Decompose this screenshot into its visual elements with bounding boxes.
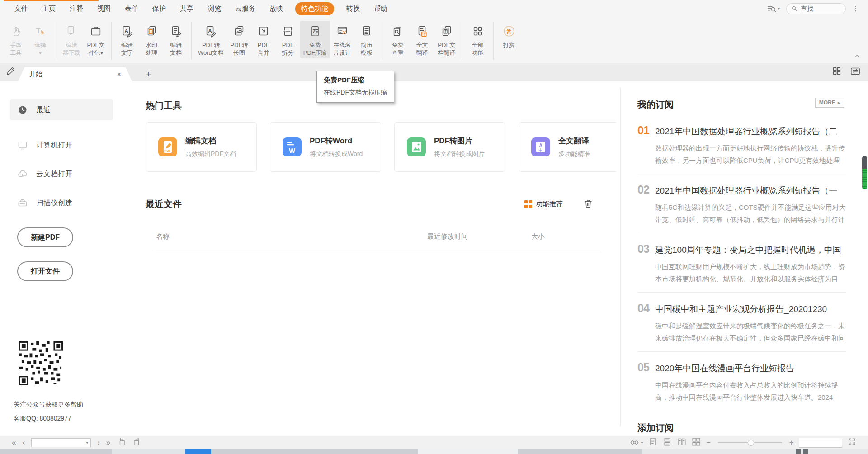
toolbar-button-watermark[interactable]: ED 水印处理 (139, 21, 164, 58)
card-pdf-to-image[interactable]: PDF转图片 将文档转换成图片 (394, 122, 505, 172)
menu-item-browse[interactable]: 浏览 (208, 5, 221, 13)
thumbnail-grid-icon[interactable] (832, 66, 842, 78)
toolbar-button-pdf-package[interactable]: PDF文件包▾ (84, 21, 108, 58)
zoom-slider[interactable] (718, 442, 782, 443)
page-number-input[interactable] (32, 439, 86, 446)
menu-item-share[interactable]: 共享 (180, 5, 193, 13)
column-header-modified-time[interactable]: 最近修改时间 (427, 232, 468, 241)
clear-recent-button[interactable] (583, 199, 593, 210)
subscription-article[interactable]: 01 2021年中国数据处理器行业概览系列短报告（二 数据处理器的出现一方面更好… (637, 115, 846, 174)
taskbar-segment (796, 449, 801, 454)
toolbar-button-free-pdf-compress[interactable]: Z 免费PDF压缩 (300, 21, 330, 58)
overflow-menu-icon[interactable]: ⋮ (852, 5, 859, 13)
sidebar-item-create-from-scanner[interactable]: 扫描仪创建 (10, 193, 113, 213)
toolbar-button-editor-download[interactable]: 编辑器下载 (59, 21, 84, 58)
subscription-article[interactable]: 04 中国碳中和主题产业宏观分析报告_20201230 碳中和是缓解温室效应带来… (637, 293, 846, 352)
toolbar-button-pdf-to-long-image[interactable]: PDF转长图 (227, 21, 251, 58)
rotate-right-button[interactable] (132, 437, 142, 449)
feature-recommend-toggle[interactable]: 功能推荐 (524, 200, 563, 208)
toolbar-button-pdf-merge[interactable]: PDF合并 (251, 21, 276, 58)
last-page-button[interactable]: » (106, 439, 110, 446)
card-edit-document[interactable]: PDF 编辑文档 高效编辑PDF文档 (146, 122, 257, 172)
taskbar-segment (803, 449, 808, 454)
rotate-left-icon (117, 437, 126, 446)
column-header-name[interactable]: 名称 (156, 232, 170, 241)
toolbar-button-business-card-design[interactable]: 在线名片设计 (330, 21, 354, 58)
subscription-article[interactable]: 05 2020年中国在线漫画平台行业短报告 中国在线漫画平台内容付费收入占总收入… (637, 352, 846, 411)
more-button[interactable]: MORE ▶ (815, 98, 844, 108)
toolbar-button-pdf-doc-translate[interactable]: T PDF文档翻译 (434, 21, 459, 58)
page-number-box[interactable]: ▾ (31, 438, 91, 447)
collapse-toolbar-button[interactable] (854, 53, 861, 61)
card-full-text-translate[interactable]: A中 全文翻译 多功能精准 (519, 122, 616, 172)
toolbar-button-edit-text[interactable]: A 编辑文字 (115, 21, 139, 58)
subscriptions-title: 我的订阅 (637, 99, 674, 111)
toolbar-button-reward[interactable]: 赏 打赏 (497, 21, 521, 51)
sidebar-item-recent[interactable]: 最近 (10, 99, 113, 120)
column-header-size[interactable]: 大小 (531, 232, 545, 241)
panel-toggle-icon[interactable] (850, 66, 861, 78)
add-subscription-title[interactable]: 添加订阅 (637, 422, 846, 434)
zoom-out-button[interactable]: − (706, 439, 710, 447)
menu-item-file[interactable]: 文件 (14, 5, 28, 13)
tab-start[interactable]: 开始 × (18, 67, 132, 81)
menu-item-view[interactable]: 视图 (97, 5, 111, 13)
zoom-in-button[interactable]: + (789, 439, 793, 447)
sidebar-item-open-from-computer[interactable]: 计算机打开 (10, 135, 113, 156)
toolbar-button-plagiarism-check[interactable]: 免费查重 (386, 21, 410, 58)
prev-page-button[interactable]: ‹ (22, 439, 25, 446)
toolbar-button-edit-document[interactable]: 编辑文档 (164, 21, 188, 58)
editor-download-icon (65, 22, 78, 40)
menu-item-protect[interactable]: 保护 (152, 5, 166, 13)
toolbar-button-select[interactable]: T 选择▾ (28, 21, 52, 58)
rotate-right-icon (132, 437, 142, 446)
sidebar-item-open-cloud-doc[interactable]: 云文档打开 (10, 164, 113, 184)
menu-item-help[interactable]: 帮助 (374, 5, 387, 13)
tab-bar: 开始 × + (0, 63, 868, 81)
menu-item-form[interactable]: 表单 (125, 5, 138, 13)
zoom-level-input[interactable] (799, 438, 842, 447)
facing-continuous-view-button[interactable] (692, 437, 701, 448)
first-page-button[interactable]: « (12, 439, 16, 446)
chevron-down-icon[interactable]: ▾ (86, 440, 91, 445)
toolbar-button-hand-tool[interactable]: 手型工具 (4, 21, 28, 58)
toolbar-separator (462, 22, 462, 60)
toolbar-button-all-features[interactable]: 全部功能 (466, 21, 490, 58)
menu-item-cloud-service[interactable]: 云服务 (235, 5, 255, 13)
toolbar-button-pdf-split[interactable]: PDF拆分 (276, 21, 300, 58)
next-page-button[interactable]: › (97, 439, 100, 446)
annotate-pencil-icon[interactable] (5, 65, 17, 79)
search-input[interactable] (801, 5, 837, 12)
qr-caption: 关注公众号获取更多帮助 (14, 401, 83, 409)
menu-item-convert[interactable]: 转换 (346, 5, 360, 13)
tab-close-icon[interactable]: × (117, 71, 121, 79)
toolbar-button-pdf-to-word[interactable]: A PDF转Word文档 (195, 21, 227, 58)
fullscreen-button[interactable] (848, 437, 856, 448)
menu-item-comment[interactable]: 注释 (70, 5, 83, 13)
computer-icon (17, 140, 28, 151)
chevron-down-icon: ▾ (778, 6, 780, 11)
rotate-left-button[interactable] (117, 437, 126, 449)
new-tab-button[interactable]: + (146, 70, 151, 79)
toolbar-button-resume-template[interactable]: 简历模板 (354, 21, 379, 58)
single-page-view-button[interactable] (648, 437, 657, 448)
menu-item-home[interactable]: 主页 (42, 5, 56, 13)
advanced-search-button[interactable]: ▾ (767, 4, 780, 14)
tooltip-description: 在线PDF文档无损压缩 (324, 89, 387, 97)
view-mode-button[interactable]: ▾ (629, 437, 643, 448)
new-pdf-button[interactable]: 新建PDF (17, 227, 73, 247)
subscription-article[interactable]: 02 2021年中国数据处理器行业概览系列短报告（一 随着5G和边缘计算的兴起，… (637, 174, 846, 233)
toolbar-button-full-text-translate[interactable]: 译 全文翻译 (410, 21, 434, 58)
page-navigation: « ‹ ▾ › » (12, 437, 142, 449)
facing-view-button[interactable] (677, 437, 686, 448)
menu-item-presentation[interactable]: 放映 (269, 5, 283, 13)
continuous-view-button[interactable] (663, 437, 672, 448)
card-pdf-to-word[interactable]: W PDF转Word 将文档转换成Word (270, 122, 381, 172)
subscription-article[interactable]: 03 建党100周年专题：变局之中把握时代机遇，中国 中国互联网理财用户规模不断… (637, 233, 846, 293)
menu-item-featured-active[interactable]: 特色功能 (295, 2, 334, 15)
zoom-level-box[interactable] (799, 438, 842, 448)
scrollbar-thumb[interactable] (862, 156, 867, 189)
open-file-button[interactable]: 打开文件 (17, 261, 73, 281)
search-box[interactable] (786, 3, 846, 14)
zoom-slider-thumb[interactable] (748, 440, 754, 446)
